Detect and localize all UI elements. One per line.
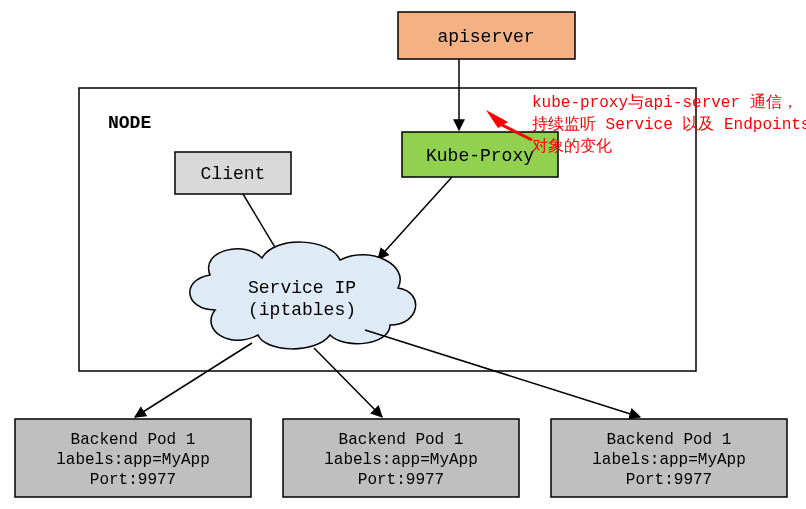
pod3-title: Backend Pod 1 (607, 431, 732, 449)
pod2-labels: labels:app=MyApp (324, 451, 478, 469)
pod3-labels: labels:app=MyApp (592, 451, 746, 469)
node-label: NODE (108, 113, 151, 133)
pod3-port: Port:9977 (626, 471, 712, 489)
client-box: Client (175, 152, 291, 194)
pod1-labels: labels:app=MyApp (56, 451, 210, 469)
pod1-port: Port:9977 (90, 471, 176, 489)
arrow-kubeproxy-to-serviceip (378, 177, 452, 259)
kube-proxy-label: Kube-Proxy (426, 146, 534, 166)
apiserver-label: apiserver (437, 27, 534, 47)
service-ip-line1: Service IP (248, 278, 356, 298)
annotation-line1: kube-proxy与api-server 通信， (532, 93, 798, 112)
annotation-line2: 持续监听 Service 以及 Endpoints (532, 115, 806, 134)
backend-pod-3: Backend Pod 1 labels:app=MyApp Port:9977 (551, 419, 787, 497)
apiserver-box: apiserver (398, 12, 575, 59)
annotation-line3: 对象的变化 (532, 137, 612, 156)
pod1-title: Backend Pod 1 (71, 431, 196, 449)
service-ip-cloud: Service IP (iptables) (190, 242, 416, 349)
client-label: Client (201, 164, 266, 184)
backend-pod-1: Backend Pod 1 labels:app=MyApp Port:9977 (15, 419, 251, 497)
arrow-serviceip-to-pod3 (365, 330, 640, 417)
arrow-serviceip-to-pod2 (314, 348, 382, 417)
annotation-text: kube-proxy与api-server 通信， 持续监听 Service 以… (532, 93, 806, 156)
arrow-serviceip-to-pod1 (135, 343, 252, 417)
backend-pod-2: Backend Pod 1 labels:app=MyApp Port:9977 (283, 419, 519, 497)
service-ip-line2: (iptables) (248, 300, 356, 320)
pod2-port: Port:9977 (358, 471, 444, 489)
pod2-title: Backend Pod 1 (339, 431, 464, 449)
